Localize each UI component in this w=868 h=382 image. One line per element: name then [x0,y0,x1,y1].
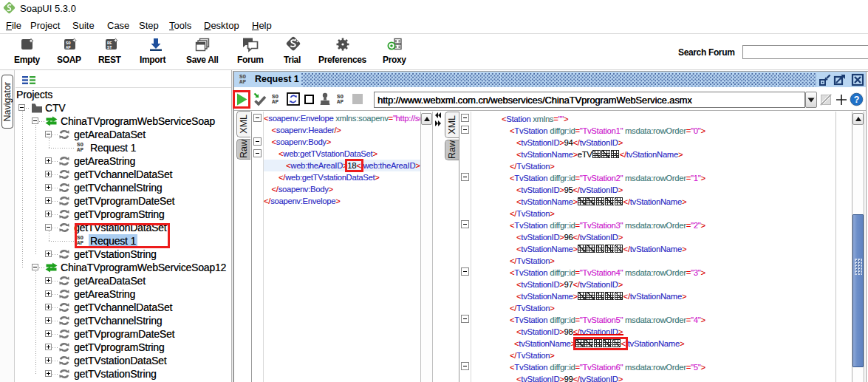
svg-text:ST: ST [107,45,112,50]
svg-text:?: ? [854,95,860,105]
svg-text:AP: AP [66,45,71,50]
